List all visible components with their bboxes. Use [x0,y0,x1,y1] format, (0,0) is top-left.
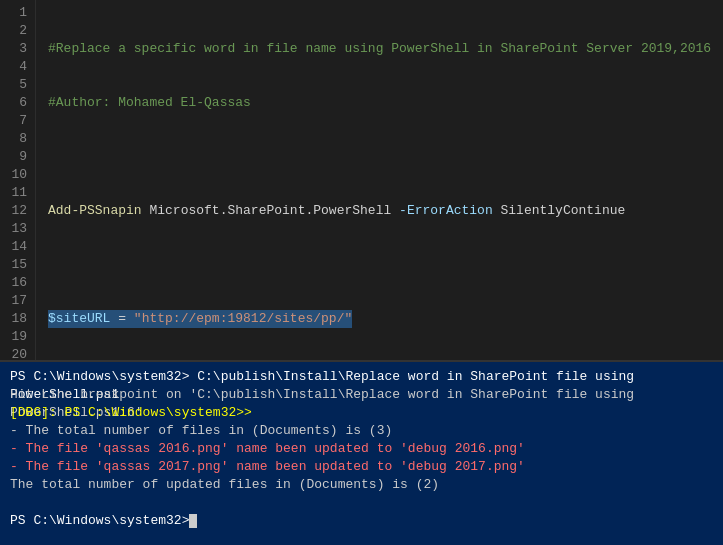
terminal[interactable]: PS C:\Windows\system32> C:\publish\Insta… [0,360,723,545]
line-1: #Replace a specific word in file name us… [48,40,723,58]
terminal-line-6: - The file 'qassas 2017.png' name been u… [10,458,713,476]
terminal-line-7: The total number of updated files in (Do… [10,476,713,494]
line-numbers: 1 2 3 4 5 6 7 8 9 10 11 12 13 14 15 16 1… [0,0,36,360]
line-4: Add-PSSnapin Microsoft.SharePoint.PowerS… [48,202,723,220]
line-6: $siteURL = "http://epm:19812/sites/pp/" [48,310,723,328]
code-editor[interactable]: 1 2 3 4 5 6 7 8 9 10 11 12 13 14 15 16 1… [0,0,723,360]
terminal-line-4: - The total number of files in (Document… [10,422,713,440]
terminal-line-5: - The file 'qassas 2016.png' name been u… [10,440,713,458]
terminal-line-2: Hit Line breakpoint on 'C:\publish\Insta… [10,386,713,404]
code-lines[interactable]: #Replace a specific word in file name us… [36,0,723,360]
terminal-line-9: PS C:\Windows\system32> [10,512,713,530]
line-3 [48,148,723,166]
line-2: #Author: Mohamed El-Qassas [48,94,723,112]
line-5 [48,256,723,274]
terminal-line-3: [DBG]: PS C:\Windows\system32>> [10,404,713,422]
terminal-line-8 [10,494,713,512]
terminal-line-1: PS C:\Windows\system32> C:\publish\Insta… [10,368,713,386]
